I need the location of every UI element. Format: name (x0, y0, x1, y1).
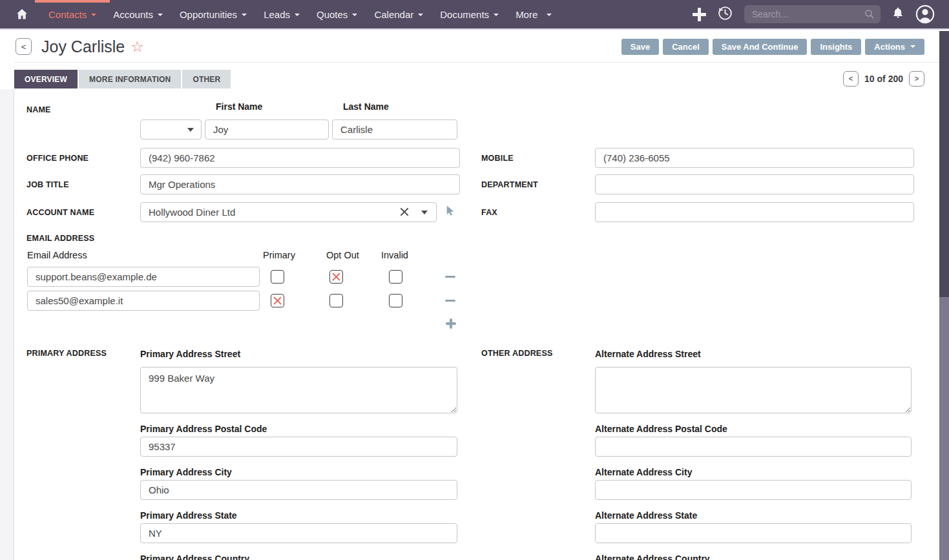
nav-item-label: Calendar (374, 9, 413, 20)
primary-checkbox[interactable] (271, 270, 284, 284)
nav-item-opportunities[interactable]: Opportunities (171, 0, 255, 28)
chevron-down-icon (91, 14, 96, 16)
primary-state-input[interactable] (140, 523, 457, 543)
global-search (744, 5, 881, 23)
tab-other[interactable]: OTHER (182, 70, 231, 88)
favorite-star-icon[interactable]: ☆ (130, 39, 144, 54)
chevron-down-icon[interactable] (421, 211, 428, 214)
invalid-checkbox[interactable] (389, 294, 402, 307)
save-and-continue-button[interactable]: Save And Continue (713, 39, 808, 55)
quick-create-icon[interactable] (693, 8, 706, 21)
save-button[interactable]: Save (621, 39, 659, 55)
first-name-input[interactable] (205, 119, 329, 140)
alternate-street-label: Alternate Address Street (595, 349, 914, 360)
other-address-fields: Alternate Address Street Alternate Addre… (595, 349, 914, 560)
primary-postal-label: Primary Address Postal Code (140, 424, 461, 435)
job-title-input[interactable] (140, 174, 460, 194)
primary-state-label: Primary Address State (140, 510, 461, 522)
actions-button-label: Actions (874, 42, 905, 52)
department-input[interactable] (595, 174, 914, 194)
nav-item-label: Accounts (113, 9, 153, 20)
actions-button[interactable]: Actions (865, 39, 924, 55)
tab-more-information[interactable]: MORE INFORMATION (79, 70, 181, 88)
opt-out-checkbox[interactable] (329, 294, 343, 307)
office-phone-label: OFFICE PHONE (26, 154, 140, 163)
chevron-down-icon (910, 45, 915, 48)
primary-street-input[interactable]: 999 Baker Way (140, 367, 457, 413)
tab-overview[interactable]: OVERVIEW (14, 70, 78, 88)
email-row (27, 267, 939, 287)
nav-item-contacts[interactable]: Contacts (40, 0, 105, 28)
record-pagination: < 10 of 200 > (843, 71, 924, 87)
alternate-street-input[interactable] (595, 367, 912, 413)
edit-form: NAME First Name Last Name (14, 88, 939, 560)
chevron-down-icon (547, 14, 552, 16)
nav-item-label: Opportunities (180, 9, 237, 20)
last-name-input[interactable] (332, 119, 457, 140)
email-section-label: EMAIL ADDRESS (26, 234, 939, 243)
primary-country-label: Primary Address Country (140, 554, 461, 560)
alternate-city-label: Alternate Address City (595, 467, 914, 479)
search-input[interactable] (744, 5, 881, 23)
opt-out-checkbox[interactable] (329, 270, 343, 284)
nav-item-leads[interactable]: Leads (255, 0, 308, 28)
nav-item-calendar[interactable]: Calendar (366, 0, 432, 28)
alternate-city-input[interactable] (595, 480, 912, 500)
pagination-position: 10 of 200 (864, 74, 903, 84)
account-name-label: ACCOUNT NAME (26, 208, 140, 217)
remove-email-icon[interactable] (445, 276, 455, 278)
select-account-arrow-icon[interactable] (444, 205, 456, 220)
page-title: Joy Carlisle (41, 37, 125, 56)
nav-menu: Contacts Accounts Opportunities Leads Qu… (40, 0, 560, 28)
vertical-scrollbar[interactable] (939, 31, 949, 560)
account-name-input[interactable] (140, 202, 437, 222)
next-record-button[interactable]: > (909, 71, 924, 87)
nav-item-label: Contacts (48, 9, 87, 20)
add-email-icon[interactable] (446, 318, 456, 329)
notifications-bell-icon[interactable] (892, 6, 904, 23)
nav-item-accounts[interactable]: Accounts (105, 0, 171, 28)
primary-postal-input[interactable] (140, 437, 457, 457)
other-address-section-label: OTHER ADDRESS (481, 349, 595, 358)
home-icon[interactable] (16, 8, 28, 21)
primary-address-fields: Primary Address Street 999 Baker Way Pri… (140, 349, 461, 560)
clear-account-icon[interactable] (399, 207, 410, 217)
insights-button[interactable]: Insights (811, 39, 861, 55)
invalid-column-header: Invalid (381, 250, 408, 260)
last-name-label: Last Name (333, 101, 389, 113)
opt-out-column-header: Opt Out (326, 250, 359, 260)
primary-column-header: Primary (263, 250, 295, 260)
nav-item-quotes[interactable]: Quotes (308, 0, 366, 28)
invalid-checkbox[interactable] (389, 270, 402, 284)
user-avatar[interactable] (915, 5, 935, 24)
remove-email-icon[interactable] (445, 300, 455, 302)
department-label: DEPARTMENT (481, 180, 595, 189)
search-icon[interactable] (864, 8, 875, 23)
crm-edit-contact-screen: Contacts Accounts Opportunities Leads Qu… (0, 0, 949, 560)
back-button[interactable]: < (16, 38, 32, 55)
primary-checkbox[interactable] (271, 294, 284, 307)
primary-city-input[interactable] (140, 480, 457, 500)
left-gutter (0, 89, 14, 560)
history-icon[interactable] (717, 5, 733, 24)
mobile-input[interactable] (595, 148, 914, 168)
primary-address-section-label: PRIMARY ADDRESS (26, 349, 140, 358)
tabs-row: OVERVIEW MORE INFORMATION OTHER < 10 of … (14, 63, 939, 88)
office-phone-input[interactable] (140, 148, 460, 168)
previous-record-button[interactable]: < (843, 71, 859, 87)
top-navbar: Contacts Accounts Opportunities Leads Qu… (0, 0, 949, 30)
salutation-select[interactable] (140, 119, 202, 140)
nav-item-more[interactable]: More (507, 0, 560, 28)
fax-input[interactable] (595, 202, 914, 222)
chevron-down-icon (158, 14, 163, 16)
email-address-input[interactable] (27, 267, 260, 287)
nav-item-label: Quotes (317, 9, 348, 20)
alternate-postal-input[interactable] (595, 437, 912, 457)
fax-label: FAX (481, 208, 595, 217)
scrollbar-thumb[interactable] (939, 31, 949, 297)
mobile-label: MOBILE (481, 154, 595, 163)
alternate-state-input[interactable] (595, 523, 912, 543)
email-address-input[interactable] (27, 291, 260, 311)
cancel-button[interactable]: Cancel (663, 39, 709, 55)
nav-item-documents[interactable]: Documents (432, 0, 507, 28)
